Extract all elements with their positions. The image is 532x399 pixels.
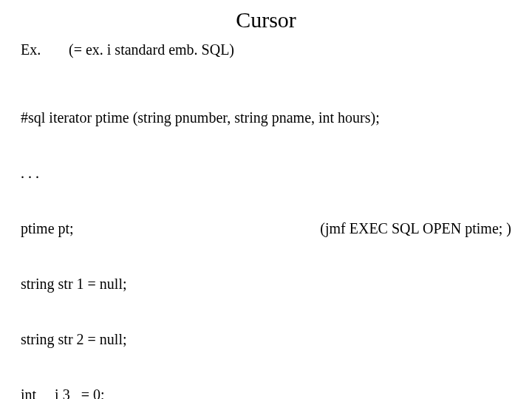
example-heading: Ex. (= ex. i standard emb. SQL) xyxy=(21,41,511,58)
code-line: #sql iterator ptime (string pnumber, str… xyxy=(21,109,511,127)
slide: Cursor Ex. (= ex. i standard emb. SQL) #… xyxy=(0,0,532,399)
code-text: ptime pt; xyxy=(21,220,74,236)
code-line: int i 3 = 0; xyxy=(21,386,511,399)
code-block: #sql iterator ptime (string pnumber, str… xyxy=(21,72,511,399)
code-line: string str 1 = null; xyxy=(21,275,511,293)
code-line: ptime pt;(jmf EXEC SQL OPEN ptime; ) xyxy=(21,219,511,238)
example-label: Ex. xyxy=(21,41,65,58)
annotation-open: (jmf EXEC SQL OPEN ptime; ) xyxy=(320,219,511,238)
example-note: (= ex. i standard emb. SQL) xyxy=(69,41,234,58)
code-line: string str 2 = null; xyxy=(21,330,511,349)
code-line: . . . xyxy=(21,164,511,183)
page-title: Cursor xyxy=(21,7,511,33)
